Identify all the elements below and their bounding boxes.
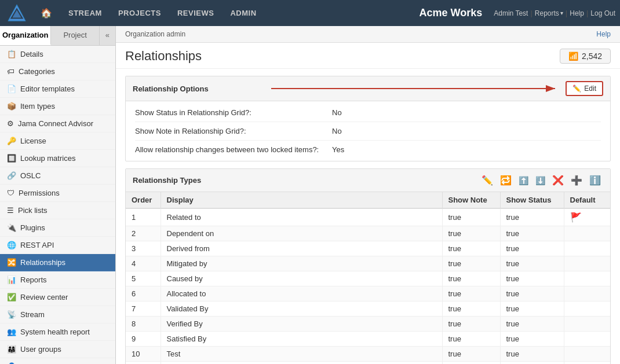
cell-show-status: true bbox=[500, 256, 564, 271]
cell-default bbox=[564, 347, 610, 362]
table-row[interactable]: 6 Allocated to true true bbox=[126, 286, 610, 302]
sidebar-item-jama-advisor[interactable]: ⚙ Jama Connect Advisor bbox=[0, 115, 115, 133]
cell-order: 11 bbox=[126, 362, 161, 365]
sidebar-item-pick-lists[interactable]: ☰ Pick lists bbox=[0, 202, 115, 219]
sidebar-item-stream[interactable]: 📡 Stream bbox=[0, 306, 115, 323]
nav-stream[interactable]: STREAM bbox=[60, 0, 110, 26]
cell-show-status: true bbox=[500, 332, 564, 347]
up-type-icon[interactable]: ⬆️ bbox=[516, 175, 531, 186]
details-icon: 📋 bbox=[7, 50, 16, 58]
cell-display: Mitigated by bbox=[161, 256, 442, 271]
cell-order: 8 bbox=[126, 317, 161, 332]
sidebar-item-plugins[interactable]: 🔌 Plugins bbox=[0, 219, 115, 237]
cell-show-note: true bbox=[442, 302, 500, 317]
cell-show-status: true bbox=[500, 347, 564, 362]
cell-show-status: true bbox=[500, 241, 564, 256]
cell-show-note: true bbox=[442, 256, 500, 271]
cell-default bbox=[564, 302, 610, 317]
cell-order: 9 bbox=[126, 332, 161, 347]
option-value-2: Yes bbox=[332, 145, 344, 154]
cell-show-note: true bbox=[442, 332, 500, 347]
nav-admin[interactable]: ADMIN bbox=[222, 0, 264, 26]
sidebar-item-oslc[interactable]: 🔗 OSLC bbox=[0, 167, 115, 185]
sidebar-item-system-health[interactable]: 👥 System health report bbox=[0, 323, 115, 341]
edit-type-icon[interactable]: ✏️ bbox=[479, 174, 495, 187]
table-row[interactable]: 7 Validated By true true bbox=[126, 302, 610, 317]
table-row[interactable]: 5 Caused by true true bbox=[126, 271, 610, 286]
nav-home[interactable]: 🏠 bbox=[32, 0, 60, 26]
reports-link[interactable]: Reports bbox=[535, 9, 559, 17]
cell-show-note: true bbox=[442, 347, 500, 362]
system-health-icon: 👥 bbox=[7, 328, 16, 336]
sidebar-item-item-types[interactable]: 📦 Item types bbox=[0, 98, 115, 115]
cell-order: 4 bbox=[126, 256, 161, 271]
nav-reviews[interactable]: REVIEWS bbox=[169, 0, 222, 26]
col-display: Display bbox=[161, 192, 442, 208]
cell-order: 3 bbox=[126, 241, 161, 256]
option-value-1: No bbox=[332, 127, 342, 135]
help-link[interactable]: Help bbox=[570, 9, 584, 17]
table-row[interactable]: 1 Related to true true 🚩 bbox=[126, 208, 610, 226]
sidebar-item-rest-api[interactable]: 🌐 REST API bbox=[0, 237, 115, 254]
edit-button[interactable]: ✏️ Edit bbox=[566, 81, 603, 96]
sidebar-item-user-groups[interactable]: 👨‍👩‍👧 User groups bbox=[0, 341, 115, 358]
collapse-button[interactable]: « bbox=[99, 26, 115, 45]
table-row[interactable]: 9 Satisfied By true true bbox=[126, 332, 610, 347]
rest-api-icon: 🌐 bbox=[7, 241, 16, 249]
add-type-icon[interactable]: ➕ bbox=[568, 174, 585, 187]
cell-default bbox=[564, 332, 610, 347]
item-types-icon: 📦 bbox=[7, 102, 16, 111]
review-center-icon: ✅ bbox=[7, 293, 16, 302]
table-row[interactable]: 8 Verified By true true bbox=[126, 317, 610, 332]
reports-dropdown-icon[interactable]: ▾ bbox=[560, 10, 563, 16]
pick-lists-icon: ☰ bbox=[7, 206, 14, 215]
sidebar-item-lookup-matrices[interactable]: 🔲 Lookup matrices bbox=[0, 150, 115, 167]
user-name: Admin Test bbox=[494, 9, 528, 17]
types-table: Order Display Show Note Show Status Defa… bbox=[126, 192, 610, 364]
cell-display: Allocated to bbox=[161, 286, 442, 302]
cell-display: Validated By bbox=[161, 302, 442, 317]
option-label-0: Show Status in Relationship Grid?: bbox=[135, 108, 332, 117]
cell-show-note: true bbox=[442, 286, 500, 302]
cell-order: 10 bbox=[126, 347, 161, 362]
sidebar-item-editor-templates[interactable]: 📄 Editor templates bbox=[0, 80, 115, 98]
cell-order: 2 bbox=[126, 226, 161, 241]
logo[interactable] bbox=[5, 1, 29, 25]
cell-show-status: true bbox=[500, 226, 564, 241]
cell-show-note: true bbox=[442, 271, 500, 286]
cell-default: 🚩 bbox=[564, 208, 610, 226]
cell-display: Derived from bbox=[161, 241, 442, 256]
delete-type-icon[interactable]: ❌ bbox=[550, 174, 566, 187]
copy-type-icon[interactable]: 🔁 bbox=[498, 174, 514, 187]
sidebar-item-review-center[interactable]: ✅ Review center bbox=[0, 289, 115, 306]
cell-default bbox=[564, 271, 610, 286]
table-row[interactable]: 10 Test true true bbox=[126, 347, 610, 362]
sidebar-item-categories[interactable]: 🏷 Categories bbox=[0, 63, 115, 80]
table-row[interactable]: 3 Derived from true true bbox=[126, 241, 610, 256]
top-nav: 🏠 STREAM PROJECTS REVIEWS ADMIN Acme Wor… bbox=[0, 0, 620, 26]
nav-projects[interactable]: PROJECTS bbox=[110, 0, 169, 26]
sidebar-item-license[interactable]: 🔑 License bbox=[0, 133, 115, 150]
tab-organization[interactable]: Organization bbox=[0, 26, 51, 45]
sidebar-item-permissions[interactable]: 🛡 Permissions bbox=[0, 185, 115, 202]
option-label-2: Allow relationship changes between two l… bbox=[135, 145, 332, 154]
sidebar-item-details[interactable]: 📋 Details bbox=[0, 46, 115, 63]
reports-icon: 📊 bbox=[7, 275, 16, 284]
sidebar-item-reports[interactable]: 📊 Reports bbox=[0, 271, 115, 289]
tab-project[interactable]: Project bbox=[51, 26, 99, 45]
info-type-icon[interactable]: ℹ️ bbox=[587, 174, 603, 187]
cell-order: 5 bbox=[126, 271, 161, 286]
help-link[interactable]: Help bbox=[596, 30, 611, 38]
sidebar-item-users[interactable]: 👤 Users bbox=[0, 358, 115, 364]
col-default: Default bbox=[564, 192, 610, 208]
sidebar-item-relationships[interactable]: 🔀 Relationships bbox=[0, 254, 115, 271]
table-row[interactable]: 2 Dependent on true true bbox=[126, 226, 610, 241]
permissions-icon: 🛡 bbox=[7, 189, 14, 197]
table-row[interactable]: 11 Test 2 true true bbox=[126, 362, 610, 365]
table-row[interactable]: 4 Mitigated by true true bbox=[126, 256, 610, 271]
down-type-icon[interactable]: ⬇️ bbox=[533, 175, 548, 186]
cell-show-status: true bbox=[500, 286, 564, 302]
relationships-icon: 🔀 bbox=[7, 258, 16, 267]
cell-show-status: true bbox=[500, 302, 564, 317]
logout-link[interactable]: Log Out bbox=[590, 9, 615, 17]
